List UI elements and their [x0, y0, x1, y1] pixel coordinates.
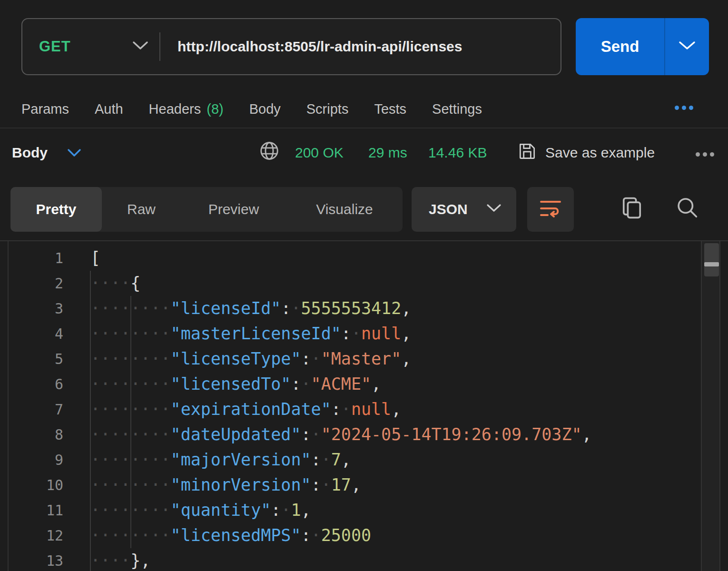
line-content: ········"minorVersion":·17, — [63, 473, 361, 498]
copy-button[interactable] — [620, 195, 644, 224]
code-line: 2····{ — [0, 271, 693, 296]
response-view-tab-pretty[interactable]: Pretty — [10, 187, 102, 232]
line-content: ····{ — [63, 271, 140, 296]
method-label: GET — [39, 38, 71, 55]
line-number: 10 — [0, 473, 63, 498]
line-number: 4 — [0, 321, 63, 346]
scrollbar-thumb[interactable] — [704, 243, 719, 276]
line-content: ········"licensedMPS":·25000 — [63, 523, 371, 548]
line-number: 8 — [0, 422, 63, 447]
code-line: 12········"licensedMPS":·25000 — [0, 523, 693, 548]
line-content: ········"expirationDate":·null, — [63, 397, 401, 422]
request-tab-headers[interactable]: Headers(8) — [149, 101, 224, 117]
response-meta-bar: Body 200 OK 29 ms 14.46 KB Save as examp… — [0, 137, 728, 172]
tab-label: Body — [249, 101, 281, 117]
request-tabs-more-button[interactable] — [675, 106, 693, 110]
copy-icon — [620, 215, 644, 223]
code-lines[interactable]: 1[2····{3········"licenseId":·5555553412… — [0, 246, 693, 571]
request-tab-tests[interactable]: Tests — [374, 101, 406, 117]
tab-label: Auth — [95, 101, 123, 117]
save-icon[interactable] — [517, 140, 538, 164]
request-tabs: ParamsAuthHeaders(8)BodyScriptsTestsSett… — [21, 94, 482, 124]
send-button[interactable]: Send — [576, 18, 664, 75]
line-content: ········"licensedTo":·"ACME", — [63, 372, 381, 397]
format-dropdown[interactable]: JSON — [412, 187, 516, 232]
chevron-down-icon[interactable] — [67, 148, 82, 160]
tab-label: Tests — [374, 101, 406, 117]
search-icon — [675, 215, 699, 223]
scrollbar-position-marker — [704, 262, 719, 266]
response-view-tab-raw[interactable]: Raw — [102, 187, 181, 232]
line-content: ····}, — [63, 548, 150, 571]
code-line: 9········"majorVersion":·7, — [0, 447, 693, 473]
tab-label: Params — [21, 101, 69, 117]
chevron-down-icon — [486, 203, 502, 216]
line-number: 6 — [0, 372, 63, 397]
code-line: 10········"minorVersion":·17, — [0, 473, 693, 498]
request-url-bar: GET http://localhost:8505/lr-admin-api/l… — [21, 18, 561, 75]
indent-guide — [130, 296, 131, 548]
headers-count-badge: (8) — [207, 101, 223, 117]
line-number: 12 — [0, 523, 63, 548]
url-input[interactable]: http://localhost:8505/lr-admin-api/licen… — [160, 39, 462, 55]
code-line: 8········"dateUpdated":·"2024-05-14T19:2… — [0, 422, 693, 447]
line-content: [ — [63, 246, 100, 271]
line-content: ········"masterLicenseId":·null, — [63, 321, 411, 346]
request-tab-params[interactable]: Params — [21, 101, 69, 117]
chevron-down-icon — [132, 40, 149, 53]
code-line: 3········"licenseId":·5555553412, — [0, 296, 693, 321]
format-label: JSON — [429, 201, 468, 217]
response-body-viewer: 1[2····{3········"licenseId":·5555553412… — [0, 240, 728, 571]
chevron-down-icon — [678, 40, 697, 53]
request-tab-auth[interactable]: Auth — [95, 101, 123, 117]
code-line: 6········"licensedTo":·"ACME", — [0, 372, 693, 397]
code-line: 11········"quantity":·1, — [0, 498, 693, 523]
tab-label: Headers — [149, 101, 201, 117]
code-line: 4········"masterLicenseId":·null, — [0, 321, 693, 346]
request-tab-settings[interactable]: Settings — [432, 101, 482, 117]
wrap-lines-button[interactable] — [527, 187, 574, 232]
line-content: ········"majorVersion":·7, — [63, 447, 351, 473]
code-line: 5········"licenseType":·"Master", — [0, 346, 693, 372]
line-content: ········"dateUpdated":·"2024-05-14T19:26… — [63, 422, 592, 447]
line-number: 5 — [0, 346, 63, 372]
globe-icon[interactable] — [258, 140, 280, 164]
response-body-dropdown-label[interactable]: Body — [12, 145, 48, 161]
code-line: 7········"expirationDate":·null, — [0, 397, 693, 422]
line-number: 11 — [0, 498, 63, 523]
response-view-tabs: PrettyRawPreviewVisualize — [10, 187, 403, 232]
tab-label: Scripts — [306, 101, 349, 117]
scrollbar-track[interactable] — [701, 241, 720, 571]
response-size[interactable]: 14.46 KB — [428, 145, 487, 161]
line-number: 2 — [0, 271, 63, 296]
line-content: ········"quantity":·1, — [63, 498, 311, 523]
request-tab-body[interactable]: Body — [249, 101, 281, 117]
code-line: 1[ — [0, 246, 693, 271]
line-content: ········"licenseId":·5555553412, — [63, 296, 411, 321]
response-view-tab-visualize[interactable]: Visualize — [286, 187, 403, 232]
search-button[interactable] — [675, 195, 699, 224]
tab-label: Settings — [432, 101, 482, 117]
line-content: ········"licenseType":·"Master", — [63, 346, 411, 372]
code-line: 13····}, — [0, 548, 693, 571]
request-tab-scripts[interactable]: Scripts — [306, 101, 349, 117]
indent-guide — [90, 271, 91, 571]
save-as-example-button[interactable]: Save as example — [545, 145, 655, 161]
line-number: 1 — [0, 246, 63, 271]
status-badge[interactable]: 200 OK — [295, 145, 344, 161]
response-view-tab-preview[interactable]: Preview — [181, 187, 286, 232]
line-number: 9 — [0, 447, 63, 473]
response-time[interactable]: 29 ms — [368, 145, 407, 161]
method-selector[interactable]: GET — [22, 19, 159, 74]
send-button-group: Send — [576, 18, 709, 75]
section-divider — [0, 128, 728, 128]
response-more-button[interactable] — [696, 152, 714, 157]
line-number: 7 — [0, 397, 63, 422]
wrap-text-icon — [538, 197, 563, 222]
line-number: 13 — [0, 548, 63, 571]
line-number: 3 — [0, 296, 63, 321]
send-options-button[interactable] — [665, 18, 709, 75]
